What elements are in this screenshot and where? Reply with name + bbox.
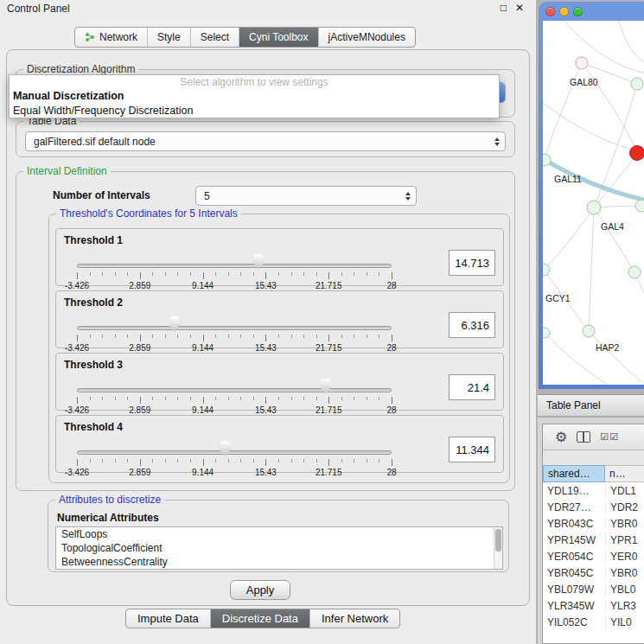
- table-panel: ⚙ ☑☑ shared… n… YDL19… YDL1 YDR27… YDR2 …: [538, 418, 644, 644]
- node-label: GAL4: [601, 221, 624, 232]
- tab-jactivemnodules[interactable]: jActiveMNodules: [318, 28, 415, 47]
- tab-impute-data[interactable]: Impute Data: [126, 609, 210, 628]
- cell[interactable]: YER054C: [543, 551, 605, 563]
- cell[interactable]: YDL19…: [543, 485, 605, 497]
- cell[interactable]: YBR0: [605, 567, 644, 579]
- table-row[interactable]: YBL079W YBL0: [543, 581, 644, 597]
- dropdown-option-manual-discretization[interactable]: Manual Discretization: [10, 89, 499, 104]
- threshold-slider[interactable]: -3.426 2.859 9.144 15.43 21.715 28: [77, 314, 392, 348]
- slider-track[interactable]: [77, 388, 392, 392]
- table-row[interactable]: YIL052C YIL0: [543, 614, 644, 630]
- number-of-intervals-combobox[interactable]: 5: [195, 186, 417, 206]
- table-row[interactable]: YER054C YER0: [543, 548, 644, 564]
- list-item[interactable]: SelfLoops: [56, 527, 502, 541]
- cell[interactable]: YLR345W: [543, 600, 605, 612]
- network-node[interactable]: [631, 78, 643, 90]
- float-window-icon[interactable]: □: [501, 2, 507, 14]
- slider-scale: -3.426 2.859 9.144 15.43 21.715 28: [77, 468, 392, 478]
- attributes-group: Attributes to discretize Numerical Attri…: [48, 500, 509, 572]
- slider-track[interactable]: [77, 450, 392, 455]
- scale-label: 15.43: [255, 343, 277, 353]
- cell[interactable]: YDR2: [605, 501, 644, 513]
- network-node[interactable]: [628, 266, 641, 278]
- slider-track[interactable]: [77, 264, 392, 268]
- table-row[interactable]: YLR345W YLR3: [543, 597, 644, 614]
- threshold-slider[interactable]: -3.426 2.859 9.144 15.43 21.715 28: [77, 376, 392, 411]
- list-scrollbar[interactable]: [494, 527, 502, 569]
- table-data-combobox[interactable]: galFiltered.sif default node: [25, 131, 506, 151]
- column-header-shared-name[interactable]: shared…: [543, 465, 605, 482]
- cell[interactable]: YPR1: [605, 534, 644, 546]
- scale-label: -3.426: [65, 468, 89, 477]
- dropdown-option-equal-width-frequency[interactable]: Equal Width/Frequency Discretization: [10, 104, 499, 118]
- algorithm-group-title: Discretization Algorithm: [23, 63, 138, 75]
- threshold-value-input[interactable]: [449, 374, 495, 400]
- network-node[interactable]: [587, 201, 601, 214]
- tab-discretize-data[interactable]: Discretize Data: [210, 609, 309, 628]
- tab-infer-network[interactable]: Infer Network: [309, 609, 399, 628]
- table-header-row: shared… n…: [543, 465, 644, 482]
- network-node[interactable]: [543, 328, 550, 338]
- threshold-value-input[interactable]: [449, 250, 495, 276]
- slider-track[interactable]: [77, 326, 392, 330]
- list-item[interactable]: TopologicalCoefficient: [56, 541, 502, 555]
- table-row[interactable]: YBR045C YBR0: [543, 564, 644, 581]
- close-icon[interactable]: ✕: [515, 2, 524, 14]
- cell[interactable]: YBR043C: [543, 518, 605, 530]
- network-node-selected[interactable]: [630, 146, 644, 161]
- threshold-value-input[interactable]: [449, 437, 495, 462]
- cell[interactable]: YLR3: [605, 600, 644, 612]
- node-label: HAP2: [596, 342, 620, 353]
- threshold-slider[interactable]: -3.426 2.859 9.144 15.43 21.715 28: [77, 252, 392, 286]
- tab-style[interactable]: Style: [147, 28, 190, 47]
- cell[interactable]: YDL1: [605, 485, 644, 497]
- panel-title: Control Panel: [7, 3, 70, 15]
- network-node[interactable]: [543, 264, 550, 276]
- threshold-label: Threshold 4: [64, 421, 123, 433]
- list-item[interactable]: BetweennessCentrality: [56, 555, 502, 569]
- network-node[interactable]: [543, 154, 551, 166]
- table-body[interactable]: YDL19… YDL1 YDR27… YDR2 YBR043C YBR0 YPR…: [543, 482, 644, 643]
- tab-label: Impute Data: [137, 612, 199, 625]
- scale-label: 28: [386, 343, 396, 353]
- threshold-value-input[interactable]: [449, 312, 495, 338]
- tab-label: jActiveMNodules: [328, 31, 405, 43]
- threshold-panel-1: Threshold 1 -3.426 2.859 9.144 15.43 21.…: [55, 228, 504, 286]
- scrollbar-thumb[interactable]: [495, 529, 501, 552]
- table-row[interactable]: YDR27… YDR2: [543, 499, 644, 515]
- tab-label: Style: [157, 31, 181, 43]
- cell[interactable]: YDR27…: [543, 501, 605, 513]
- tab-select[interactable]: Select: [190, 28, 239, 47]
- scale-label: 21.715: [316, 468, 342, 477]
- scale-label: -3.426: [65, 281, 89, 290]
- cell[interactable]: YIL0: [605, 616, 644, 628]
- threshold-slider[interactable]: -3.426 2.859 9.144 15.43 21.715 28: [77, 438, 392, 473]
- network-node[interactable]: [635, 200, 644, 212]
- cell[interactable]: YBL079W: [543, 583, 605, 596]
- tab-cyni-toolbox[interactable]: Cyni Toolbox: [239, 28, 317, 47]
- close-traffic-light-icon[interactable]: [545, 7, 555, 16]
- scale-label: -3.426: [65, 343, 89, 353]
- column-header-name[interactable]: n…: [605, 465, 644, 482]
- cell[interactable]: YIL052C: [543, 616, 605, 628]
- zoom-traffic-light-icon[interactable]: [573, 7, 583, 16]
- tab-network[interactable]: Network: [75, 28, 147, 47]
- numerical-attributes-list[interactable]: SelfLoops TopologicalCoefficient Between…: [55, 526, 503, 570]
- columns-icon[interactable]: [577, 431, 590, 443]
- apply-button[interactable]: Apply: [230, 580, 290, 600]
- table-row[interactable]: YBR043C YBR0: [543, 515, 644, 532]
- network-canvas[interactable]: GAL80 GAL11 GAL4 GCY1 HAP2: [543, 21, 644, 385]
- minimize-traffic-light-icon[interactable]: [559, 7, 569, 16]
- table-row[interactable]: YPR145W YPR1: [543, 532, 644, 548]
- cell[interactable]: YPR145W: [543, 534, 605, 546]
- network-node[interactable]: [583, 325, 595, 337]
- select-columns-icons[interactable]: ☑☑: [600, 432, 619, 442]
- cell[interactable]: YBL0: [605, 583, 644, 596]
- control-panel-titlebar: Control Panel □ ✕: [0, 0, 536, 17]
- network-node[interactable]: [576, 57, 588, 69]
- table-row[interactable]: YDL19… YDL1: [543, 482, 644, 499]
- cell[interactable]: YER0: [605, 551, 644, 563]
- cell[interactable]: YBR045C: [543, 567, 605, 579]
- gear-icon[interactable]: ⚙: [555, 430, 567, 444]
- cell[interactable]: YBR0: [605, 518, 644, 530]
